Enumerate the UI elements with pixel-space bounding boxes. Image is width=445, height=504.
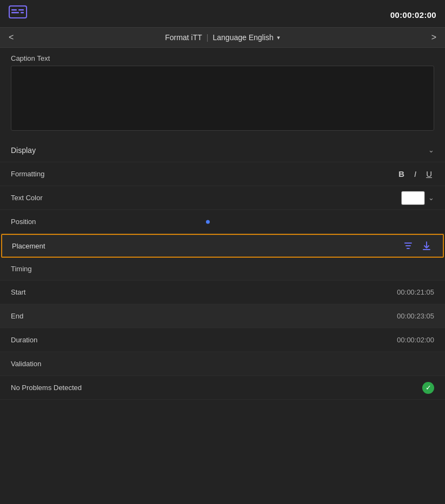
validation-section: Validation [0,352,445,376]
format-text: Format iTT [165,33,202,42]
position-dot[interactable] [206,220,210,224]
svg-rect-5 [404,243,412,244]
formatting-row: Formatting B I U [0,162,445,186]
timecode-prefix: 00:00:0 [390,10,420,20]
check-circle-icon: ✓ [422,382,434,394]
color-swatch-wrapper: ⌄ [401,191,434,205]
placement-download-button[interactable] [420,239,433,252]
placement-label: Placement [12,242,77,250]
svg-rect-2 [11,12,19,14]
end-row: End 00:00:23:05 [0,304,445,328]
position-label: Position [11,218,76,226]
color-chevron[interactable]: ⌄ [428,194,434,202]
filter-icon [403,240,414,251]
format-separator: | [207,33,209,42]
timecode-display: 00:00:02:00 [390,10,436,20]
svg-rect-4 [21,12,24,14]
italic-button[interactable]: I [412,168,418,180]
display-label: Display [11,146,76,155]
panel-header: 00:00:02:00 [0,0,445,27]
svg-rect-7 [407,248,410,249]
timing-section: Timing [0,258,445,280]
properties-panel: Display ⌄ Formatting B I U Text Color ⌄ … [0,138,445,504]
captions-panel-icon [9,5,27,24]
bold-button[interactable]: B [396,168,407,180]
format-buttons: B I U [396,168,434,180]
placement-icons [402,239,433,252]
timecode-main: 2:00 [420,10,436,20]
svg-rect-8 [423,249,430,250]
start-label: Start [11,288,76,296]
caption-textarea[interactable] [11,66,434,131]
color-swatch[interactable] [401,191,425,205]
format-selector[interactable]: Format iTT | Language English ▾ [20,33,424,42]
placement-filter-button[interactable] [402,239,415,252]
position-row: Position [0,210,445,234]
display-row[interactable]: Display ⌄ [0,138,445,162]
validation-label: Validation [11,360,76,368]
download-icon [421,240,432,251]
svg-rect-6 [405,245,411,246]
format-chevron: ▾ [277,34,280,41]
language-text: Language English [212,33,273,42]
no-problems-row: No Problems Detected ✓ [0,376,445,400]
start-row: Start 00:00:21:05 [0,280,445,304]
caption-section: Caption Text [0,48,445,133]
end-value: 00:00:23:05 [397,312,434,320]
placement-row: Placement [1,234,444,258]
format-prev-button[interactable]: < [2,28,20,47]
svg-rect-1 [11,9,17,11]
duration-value: 00:00:02:00 [397,336,434,344]
timing-label: Timing [11,265,76,273]
duration-label: Duration [11,336,76,344]
format-bar: < Format iTT | Language English ▾ > [0,27,445,48]
no-problems-label: No Problems Detected [11,384,82,392]
display-chevron: ⌄ [428,146,434,154]
caption-label: Caption Text [11,54,434,62]
format-next-button[interactable]: > [425,28,443,47]
duration-row: Duration 00:00:02:00 [0,328,445,352]
formatting-label: Formatting [11,170,76,178]
end-label: End [11,312,76,320]
text-color-row: Text Color ⌄ [0,186,445,210]
start-value: 00:00:21:05 [397,288,434,296]
text-color-label: Text Color [11,194,76,202]
underline-button[interactable]: U [424,168,434,180]
svg-rect-3 [18,9,24,11]
